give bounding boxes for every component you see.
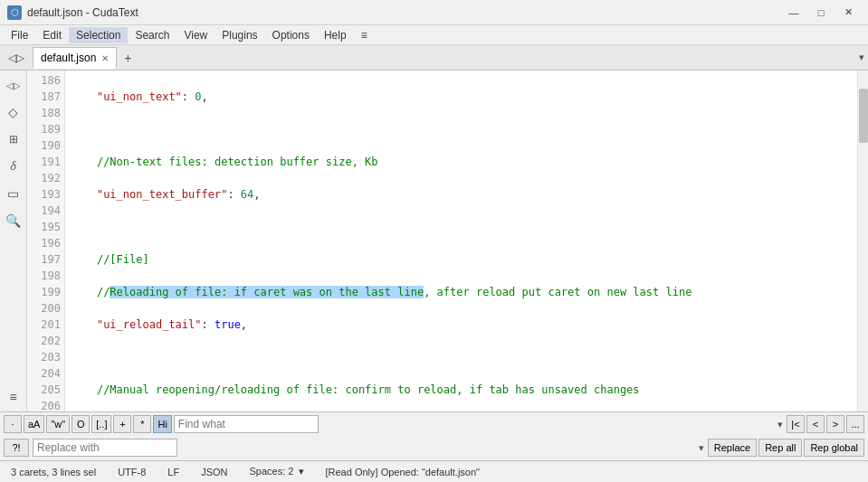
fr-hi-button[interactable]: Hi xyxy=(153,415,171,433)
status-bar: 3 carets, 3 lines sel UTF-8 LF JSON Spac… xyxy=(0,460,868,482)
close-button[interactable]: ✕ xyxy=(835,4,861,22)
menu-help[interactable]: Help xyxy=(317,27,354,43)
window-title: default.json - CudaText xyxy=(27,6,138,19)
find-more-button[interactable]: ... xyxy=(846,415,864,433)
title-bar: ⬡ default.json - CudaText — □ ✕ xyxy=(0,0,868,25)
status-spaces[interactable]: Spaces: 2 ▾ xyxy=(246,466,308,477)
sidebar-btn-grid[interactable]: ⊞ xyxy=(3,128,24,150)
tab-bar: ◁▷ default.json ✕ + ▾ xyxy=(0,45,868,71)
line-189: "ui_non_text_buffer": 64, xyxy=(71,186,852,203)
replace-row: ?! ▾ Replace Rep all Rep global xyxy=(0,436,868,459)
vertical-scrollbar[interactable] xyxy=(857,71,868,411)
find-replace-bar: · aA "w" O [..] + * Hi ▾ |< < > ... ?! ▾… xyxy=(0,411,868,460)
menu-options[interactable]: Options xyxy=(265,27,317,43)
fr-word-button[interactable]: "w" xyxy=(46,415,70,433)
line-191: //[File] xyxy=(71,251,852,268)
editor: 186 187 188 189 190 191 192 193 194 195 … xyxy=(27,71,868,411)
title-left: ⬡ default.json - CudaText xyxy=(7,5,138,20)
find-nav-buttons: |< < > ... xyxy=(787,415,864,433)
menu-bar: File Edit Selection Search View Plugins … xyxy=(0,25,868,45)
rep-global-button[interactable]: Rep global xyxy=(804,439,864,457)
line-186: "ui_non_text": 0, xyxy=(71,89,852,105)
rep-all-button[interactable]: Rep all xyxy=(758,439,802,457)
line-190 xyxy=(71,219,852,235)
sidebar-btn-diamond[interactable]: ◇ xyxy=(3,101,24,123)
line-numbers: 186 187 188 189 190 191 192 193 194 195 … xyxy=(27,71,65,411)
scroll-thumb[interactable] xyxy=(859,89,868,143)
maximize-button[interactable]: □ xyxy=(808,4,834,22)
tab-default-json[interactable]: default.json ✕ xyxy=(33,47,117,69)
title-controls: — □ ✕ xyxy=(781,4,861,22)
fr-case-button[interactable]: aA xyxy=(24,415,44,433)
menu-plugins[interactable]: Plugins xyxy=(215,27,264,43)
sidebar-btn-menu[interactable]: ≡ xyxy=(3,386,24,408)
tab-close-icon[interactable]: ✕ xyxy=(101,53,109,63)
line-194 xyxy=(71,349,852,365)
find-row: · aA "w" O [..] + * Hi ▾ |< < > ... xyxy=(0,412,868,436)
main-area: ◁▷ ◇ ⊞ δ ▭ 🔍 ≡ 186 187 188 189 190 191 1… xyxy=(0,71,868,411)
status-carets: 3 carets, 3 lines sel xyxy=(7,467,100,477)
line-193: "ui_reload_tail": true, xyxy=(71,317,852,333)
add-tab-button[interactable]: + xyxy=(119,49,137,67)
menu-selection[interactable]: Selection xyxy=(69,27,128,43)
menu-file[interactable]: File xyxy=(4,27,35,43)
fr-dot-button[interactable]: · xyxy=(4,415,22,433)
tab-label: default.json xyxy=(41,52,96,64)
line-188: //Non-text files: detection buffer size,… xyxy=(71,154,852,170)
sidebar-btn-search[interactable]: 🔍 xyxy=(3,210,24,232)
find-dropdown-arrow[interactable]: ▾ xyxy=(777,419,783,430)
find-input-wrap xyxy=(174,415,774,433)
fr-plus-button[interactable]: + xyxy=(113,415,131,433)
replace-dropdown-arrow[interactable]: ▾ xyxy=(699,442,704,454)
fr-bracket-button[interactable]: [..] xyxy=(91,415,111,433)
replace-button[interactable]: Replace xyxy=(708,439,757,457)
status-line-ending[interactable]: LF xyxy=(164,467,183,477)
tab-dropdown-arrow[interactable]: ▾ xyxy=(859,52,864,63)
find-prev-button[interactable]: < xyxy=(806,415,825,433)
line-187 xyxy=(71,121,852,137)
sidebar: ◁▷ ◇ ⊞ δ ▭ 🔍 ≡ xyxy=(0,71,27,411)
status-encoding[interactable]: UTF-8 xyxy=(114,467,149,477)
menu-view[interactable]: View xyxy=(176,27,215,43)
line-192: //Reloading of file: if caret was on the… xyxy=(71,284,852,300)
line-195: //Manual reopening/reloading of file: co… xyxy=(71,382,852,398)
find-next-button[interactable]: > xyxy=(826,415,844,433)
replace-input[interactable] xyxy=(33,439,177,457)
fr-o-button[interactable]: O xyxy=(72,415,90,433)
fr-star-button[interactable]: * xyxy=(133,415,151,433)
app-icon: ⬡ xyxy=(7,5,22,20)
status-syntax[interactable]: JSON xyxy=(197,467,231,477)
code-editor[interactable]: "ui_non_text": 0, //Non-text files: dete… xyxy=(65,71,857,411)
sidebar-toggle[interactable]: ◁▷ xyxy=(8,52,24,64)
menu-edit[interactable]: Edit xyxy=(35,27,69,43)
menu-extra[interactable]: ≡ xyxy=(354,27,375,43)
sidebar-btn-folder[interactable]: ▭ xyxy=(3,183,24,204)
find-input[interactable] xyxy=(174,415,319,433)
status-file-info: [Read Only] Opened: "default.json" xyxy=(322,467,483,477)
excl-button[interactable]: ?! xyxy=(4,439,29,457)
menu-search[interactable]: Search xyxy=(128,27,176,43)
minimize-button[interactable]: — xyxy=(781,4,806,22)
find-first-button[interactable]: |< xyxy=(787,415,805,433)
sidebar-btn-arrows[interactable]: ◁▷ xyxy=(3,74,24,96)
replace-input-wrap xyxy=(33,439,695,457)
sidebar-btn-delta[interactable]: δ xyxy=(3,156,24,177)
